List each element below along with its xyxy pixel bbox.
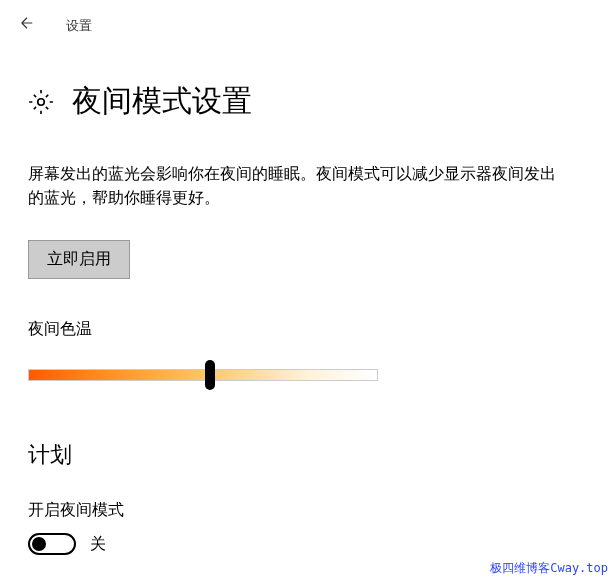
toggle-row: 关 <box>28 533 588 555</box>
content-area: 夜间模式设置 屏幕发出的蓝光会影响你在夜间的睡眠。夜间模式可以减少显示器夜间发出… <box>0 81 616 555</box>
color-temperature-slider[interactable] <box>28 360 378 390</box>
header-title: 设置 <box>66 17 92 35</box>
gear-icon <box>28 89 54 115</box>
slider-thumb[interactable] <box>205 360 215 390</box>
svg-point-0 <box>38 98 45 105</box>
color-temperature-label: 夜间色温 <box>28 319 588 340</box>
slider-track <box>28 369 378 381</box>
toggle-knob <box>32 537 46 551</box>
enable-now-button[interactable]: 立即启用 <box>28 240 130 279</box>
page-title: 夜间模式设置 <box>72 81 252 122</box>
night-mode-toggle[interactable] <box>28 533 76 555</box>
page-description: 屏幕发出的蓝光会影响你在夜间的睡眠。夜间模式可以减少显示器夜间发出的蓝光，帮助你… <box>28 162 568 210</box>
night-mode-toggle-label: 开启夜间模式 <box>28 500 588 521</box>
header-bar: 设置 <box>0 0 616 51</box>
watermark-text: 极四维博客Cway.top <box>490 560 608 577</box>
title-row: 夜间模式设置 <box>28 81 588 122</box>
toggle-state-text: 关 <box>90 534 106 555</box>
schedule-section-title: 计划 <box>28 440 588 470</box>
back-icon[interactable] <box>18 14 36 37</box>
